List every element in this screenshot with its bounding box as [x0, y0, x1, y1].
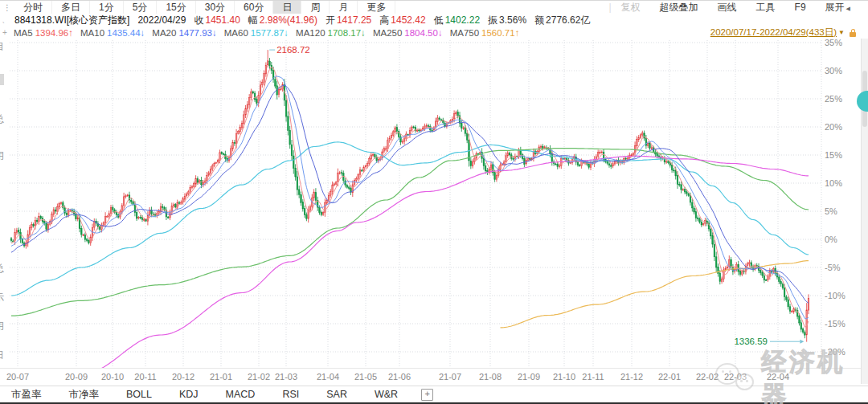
- x-tick-21-04: 21-04: [317, 372, 339, 382]
- left-edge-clipped-text: 示: [0, 291, 4, 304]
- quote-field-额: 额2776.62亿: [534, 14, 590, 27]
- indicator-tab-KDJ[interactable]: KDJ: [166, 389, 212, 400]
- x-tick-21-05: 21-05: [354, 372, 377, 382]
- svg-text:15%: 15%: [825, 150, 842, 160]
- x-tick-21-09: 21-09: [518, 372, 540, 382]
- ma-legend-MA750: MA7501560.71↑: [450, 28, 520, 38]
- x-tick-21-01: 21-01: [210, 372, 232, 382]
- x-tick-21-06: 21-06: [388, 372, 411, 382]
- x-tick-21-08: 21-08: [479, 372, 502, 382]
- date-range-label[interactable]: 2020/07/17-2022/04/29(433日): [710, 27, 837, 39]
- date-range-control[interactable]: 2020/07/17-2022/04/29(433日) ▼: [710, 27, 868, 39]
- wechat-logo-icon: [714, 360, 756, 398]
- period-button-多日[interactable]: 多日: [52, 1, 90, 14]
- indicator-tab-SAR[interactable]: SAR: [313, 389, 361, 400]
- watermark-text: 经济机器: [761, 345, 868, 404]
- svg-text:2168.72: 2168.72: [276, 45, 310, 55]
- period-button-5分[interactable]: 5分: [124, 1, 158, 14]
- quote-info-bar: 、 8841318.WI[核心资产指数] 2022/04/29 收1451.40…: [0, 14, 868, 27]
- left-edge-clipped-text: 总: [0, 262, 4, 275]
- svg-text:20%: 20%: [825, 122, 842, 132]
- period-button-1分[interactable]: 1分: [90, 1, 124, 14]
- toolbar-right-buttons: | 复权超级叠加画线工具F9展开◀: [608, 1, 868, 14]
- quote-fields: 收1451.40幅2.98%(41.96)开1417.25高1452.42低14…: [194, 14, 598, 27]
- period-button-更多[interactable]: 更多: [358, 1, 395, 14]
- quote-icon-fragment: 、: [0, 14, 14, 26]
- left-edge-clipped-text: [0, 74, 4, 85]
- chevron-down-icon[interactable]: ▼: [838, 29, 845, 36]
- period-button-日[interactable]: 日: [273, 1, 301, 14]
- x-tick-20-12: 20-12: [172, 372, 194, 382]
- left-edge-clipped-text: 目: [0, 40, 4, 54]
- indicator-tab-市净率[interactable]: 市净率: [55, 388, 113, 402]
- toolbar-button-复权[interactable]: 复权: [612, 1, 650, 14]
- period-toolbar-left: ⋮ 分时多日1分5分15分30分60分日周月更多: [0, 1, 395, 14]
- svg-text:10%: 10%: [825, 178, 842, 188]
- toolbar-button-画线[interactable]: 画线: [708, 1, 747, 14]
- period-button-周[interactable]: 周: [301, 1, 330, 14]
- svg-text:30%: 30%: [825, 66, 842, 75]
- ma-bar-icon-fragment: +: [0, 28, 14, 37]
- indicator-tab-MACD[interactable]: MACD: [212, 389, 269, 400]
- x-tick-22-01: 22-01: [658, 372, 681, 382]
- x-tick-21-02: 21-02: [248, 372, 270, 382]
- quote-field-幅: 幅2.98%(41.96): [248, 14, 317, 27]
- toolbar-button-F9[interactable]: F9: [785, 2, 816, 13]
- svg-text:-10%: -10%: [825, 291, 845, 300]
- lock-icon[interactable]: [849, 29, 857, 37]
- period-button-15分[interactable]: 15分: [157, 1, 195, 14]
- quote-field-高: 高1452.42: [379, 14, 425, 27]
- ma-legend-MA5: MA51394.96↑: [14, 28, 73, 38]
- period-button-60分[interactable]: 60分: [235, 1, 273, 14]
- period-toolbar: ⋮ 分时多日1分5分15分30分60分日周月更多 | 复权超级叠加画线工具F9展…: [0, 0, 868, 14]
- svg-text:0%: 0%: [825, 235, 837, 244]
- svg-text:25%: 25%: [825, 94, 842, 104]
- ma-legend-MA10: MA101435.44↓: [80, 28, 145, 38]
- indicator-tab-BOLL[interactable]: BOLL: [113, 389, 166, 400]
- x-tick-21-07: 21-07: [439, 372, 461, 382]
- svg-text:5%: 5%: [825, 206, 837, 216]
- ma-legend-MA20: MA201477.93↓: [152, 28, 216, 38]
- indicator-tab-RSI[interactable]: RSI: [268, 389, 313, 400]
- indicator-tab-市盈率[interactable]: 市盈率: [0, 388, 55, 402]
- trading-app-window: ⋮ 分时多日1分5分15分30分60分日周月更多 | 复权超级叠加画线工具F9展…: [0, 0, 868, 404]
- toolbar-button-展开[interactable]: 展开◀: [816, 1, 860, 14]
- candlestick-chart[interactable]: 35%30%25%20%15%10%5%0%-5%-10%-15%-20%216…: [0, 0, 868, 404]
- period-button-30分[interactable]: 30分: [196, 1, 235, 14]
- symbol-name[interactable]: 8841318.WI[核心资产指数]: [14, 14, 129, 27]
- toolbar-button-工具[interactable]: 工具: [747, 1, 785, 14]
- quote-field-收: 收1451.40: [194, 14, 240, 27]
- period-buttons: 分时多日1分5分15分30分60分日周月更多: [14, 1, 395, 14]
- quote-field-振: 振3.56%: [488, 14, 526, 27]
- period-button-月[interactable]: 月: [330, 1, 358, 14]
- ma-legend-MA60: MA601577.87↓: [224, 28, 289, 38]
- toolbar-button-超级叠加[interactable]: 超级叠加: [650, 1, 708, 14]
- svg-text:35%: 35%: [825, 38, 842, 47]
- add-indicator-button[interactable]: +: [421, 389, 433, 401]
- panel-toggle-icon[interactable]: ⋮: [3, 3, 14, 12]
- ma-legend-items: MA51394.96↑MA101435.44↓MA201477.93↓MA601…: [14, 28, 526, 38]
- collapse-arrow-icon[interactable]: ◀: [846, 6, 850, 11]
- ma-legend-MA120: MA1201708.17↓: [296, 28, 366, 38]
- quote-field-低: 低1402.22: [434, 14, 480, 27]
- x-tick-21-10: 21-10: [553, 372, 575, 382]
- left-edge-clipped-text: 用: [0, 149, 4, 163]
- ma-legend-bar: + MA51394.96↑MA101435.44↓MA201477.93↓MA6…: [0, 27, 868, 39]
- watermark: 经济机器: [714, 345, 868, 404]
- ma-legend-MA250: MA2501804.50↓: [373, 28, 443, 38]
- x-tick-21-12: 21-12: [620, 372, 643, 382]
- x-tick-20-09: 20-09: [65, 372, 88, 382]
- quote-date: 2022/04/29: [137, 14, 186, 26]
- x-tick-21-03: 21-03: [275, 372, 297, 382]
- left-edge-clipped-text: 日: [0, 349, 4, 362]
- left-edge-clipped-text: 总: [0, 112, 4, 126]
- indicator-tab-W&R[interactable]: W&R: [361, 389, 411, 400]
- quote-field-开: 开1417.25: [326, 14, 371, 27]
- period-button-分时[interactable]: 分时: [14, 1, 52, 14]
- left-panel-edge: 目总用总示用日: [0, 37, 10, 374]
- svg-text:-5%: -5%: [825, 263, 841, 272]
- x-tick-20-10: 20-10: [101, 372, 124, 382]
- x-tick-20-07: 20-07: [6, 372, 29, 382]
- floating-widget-button[interactable]: [857, 91, 868, 112]
- svg-text:-15%: -15%: [825, 319, 845, 329]
